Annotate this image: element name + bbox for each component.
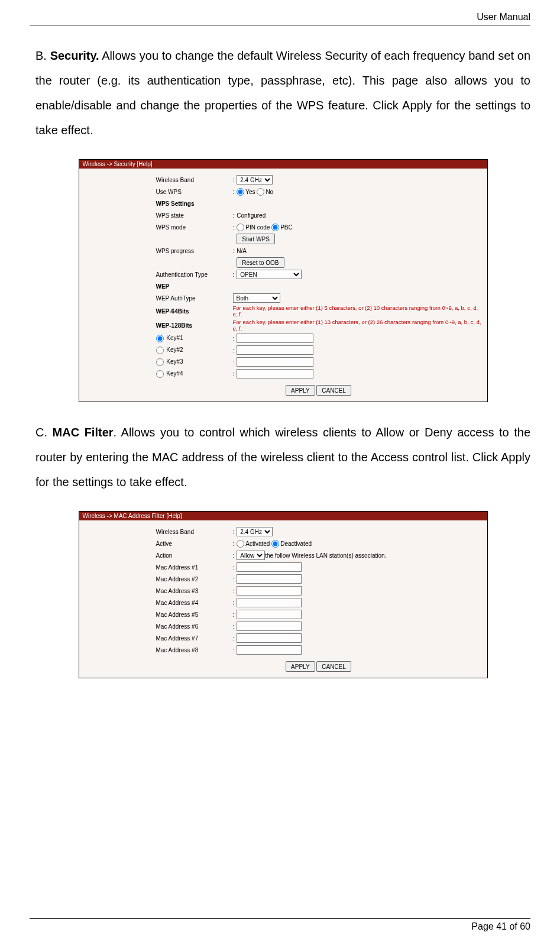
mac-activated-radio[interactable]: [237, 540, 244, 548]
mac-active-label: Active: [156, 541, 233, 547]
key1-input[interactable]: [237, 334, 313, 343]
wps-mode-pbc-label: PBC: [280, 224, 293, 231]
wps-state-label: WPS state: [156, 212, 233, 219]
wps-mode-label: WPS mode: [156, 224, 233, 231]
wps-progress-label: WPS progress: [156, 248, 233, 254]
section-b-title: Security.: [50, 49, 99, 62]
mac3-label: Mac Address #3: [156, 588, 233, 594]
use-wps-yes-label: Yes: [245, 189, 255, 195]
mac-action-suffix: the follow Wireless LAN station(s) assoc…: [265, 552, 386, 559]
mac-action-label: Action: [156, 552, 233, 559]
wep64-hint: For each key, please enter either (1) 5 …: [233, 305, 481, 318]
mac6-label: Mac Address #6: [156, 623, 233, 630]
mac2-input[interactable]: [237, 574, 302, 584]
wireless-band-label: Wireless Band: [156, 177, 233, 183]
reset-oob-button[interactable]: Reset to OOB: [237, 257, 284, 268]
mac-deactivated-radio[interactable]: [271, 540, 279, 548]
use-wps-no-radio[interactable]: [257, 188, 264, 196]
key4-input[interactable]: [237, 369, 313, 378]
wep128-label: WEP-128Bits: [156, 322, 233, 329]
mac-action-select[interactable]: Allow: [237, 551, 265, 560]
mac-wireless-band-select[interactable]: 2.4 GHz: [237, 527, 273, 536]
security-cancel-button[interactable]: CANCEL: [316, 385, 351, 396]
mac-activated-label: Activated: [245, 541, 270, 547]
wps-progress-value: N/A: [237, 248, 247, 254]
security-panel: Wireless -> Security [Help] Wireless Ban…: [79, 159, 488, 402]
mac1-label: Mac Address #1: [156, 564, 233, 571]
mac8-input[interactable]: [237, 645, 302, 655]
list-letter-c: C.: [35, 426, 47, 439]
use-wps-label: Use WPS: [156, 189, 233, 195]
section-c-text: C. MAC Filter. Allows you to control whi…: [35, 420, 530, 494]
auth-type-select[interactable]: OPEN: [237, 270, 302, 279]
key3-radio[interactable]: [156, 358, 164, 366]
auth-type-label: Authentication Type: [156, 271, 233, 278]
wep-heading: WEP: [156, 283, 233, 290]
mac5-label: Mac Address #5: [156, 611, 233, 618]
security-apply-button[interactable]: APPLY: [286, 385, 315, 396]
list-letter-b: B.: [35, 49, 47, 62]
start-wps-button[interactable]: Start WPS: [237, 234, 275, 244]
page-footer: Page 41 of 60: [30, 918, 530, 932]
wps-settings-heading: WPS Settings: [156, 200, 233, 207]
key4-label: Key#4: [166, 370, 183, 377]
mac4-input[interactable]: [237, 598, 302, 607]
mac5-input[interactable]: [237, 610, 302, 619]
key3-input[interactable]: [237, 357, 313, 367]
key3-label: Key#3: [166, 358, 183, 365]
page-header: User Manual: [30, 12, 530, 25]
wps-mode-pin-label: PIN code: [245, 224, 270, 231]
mac-apply-button[interactable]: APPLY: [286, 661, 315, 672]
page-number: Page 41 of 60: [471, 921, 530, 931]
mac-panel-title: Wireless -> MAC Address Filter [Help]: [79, 512, 487, 520]
mac7-label: Mac Address #7: [156, 635, 233, 642]
mac1-input[interactable]: [237, 562, 302, 572]
mac-filter-panel: Wireless -> MAC Address Filter [Help] Wi…: [79, 511, 488, 678]
security-panel-title: Wireless -> Security [Help]: [79, 160, 487, 169]
doc-title: User Manual: [477, 12, 530, 22]
mac4-label: Mac Address #4: [156, 600, 233, 606]
section-b-body: Allows you to change the default Wireles…: [35, 49, 530, 137]
key4-radio[interactable]: [156, 370, 164, 378]
mac8-label: Mac Address #8: [156, 647, 233, 653]
mac7-input[interactable]: [237, 633, 302, 643]
mac-deactivated-label: Deactivated: [280, 541, 312, 547]
mac-wireless-band-label: Wireless Band: [156, 529, 233, 535]
mac3-input[interactable]: [237, 586, 302, 596]
wps-mode-pin-radio[interactable]: [237, 224, 244, 231]
use-wps-yes-radio[interactable]: [237, 188, 244, 196]
key2-input[interactable]: [237, 345, 313, 355]
mac6-input[interactable]: [237, 622, 302, 631]
section-b-text: B. Security. Allows you to change the de…: [35, 43, 530, 143]
wps-mode-pbc-radio[interactable]: [271, 224, 279, 231]
mac2-label: Mac Address #2: [156, 576, 233, 582]
key2-radio[interactable]: [156, 347, 164, 354]
section-c-title: MAC Filter: [53, 426, 114, 439]
wps-state-value: Configured: [237, 212, 266, 219]
use-wps-no-label: No: [266, 189, 273, 195]
key2-label: Key#2: [166, 347, 183, 353]
wep128-hint: For each key, please enter either (1) 13…: [233, 319, 481, 332]
wep64-label: WEP-64Bits: [156, 308, 233, 315]
wep-authtype-label: WEP AuthType: [156, 295, 233, 302]
mac-cancel-button[interactable]: CANCEL: [316, 661, 351, 672]
wireless-band-select[interactable]: 2.4 GHz: [237, 175, 273, 185]
wep-authtype-select[interactable]: Both: [233, 293, 280, 303]
key1-label: Key#1: [166, 335, 183, 341]
key1-radio[interactable]: [156, 335, 164, 342]
